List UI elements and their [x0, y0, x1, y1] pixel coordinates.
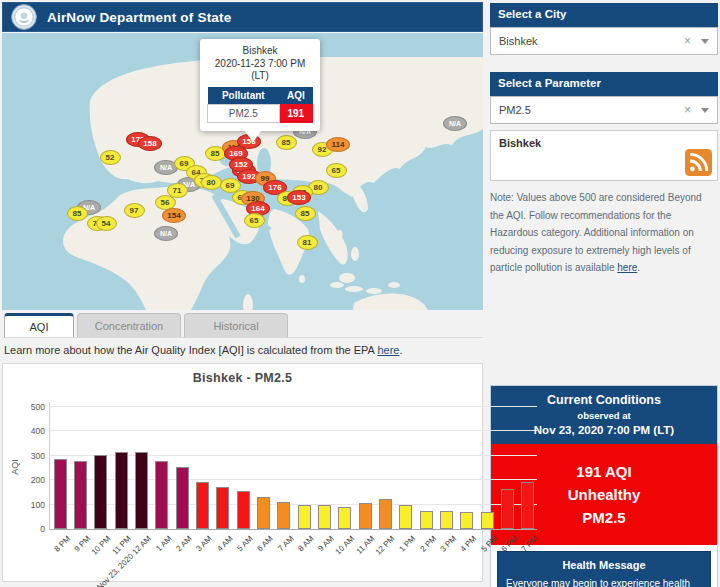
map-marker[interactable]: 65	[244, 213, 265, 228]
chart-bar	[74, 461, 87, 529]
map-marker[interactable]: 52	[100, 150, 121, 165]
chart-bar	[54, 459, 67, 529]
chart-y-tick-label: 300	[31, 451, 45, 461]
parameter-dropdown-value: PM2.5	[499, 104, 684, 116]
chart-x-tick-label: 1 PM	[398, 534, 418, 554]
sidebar-note-period: .	[637, 262, 640, 273]
chart-bar	[379, 499, 392, 529]
chart-bar	[155, 461, 168, 529]
learn-more-period: .	[399, 344, 402, 356]
chart-bar	[115, 452, 128, 529]
chart-bar	[359, 503, 372, 529]
city-chevron-down-icon[interactable]	[701, 39, 709, 44]
department-of-state-seal-icon	[11, 4, 37, 30]
chart-gridline	[50, 406, 537, 407]
chart-x-tick-label: 2 PM	[418, 534, 438, 554]
map-marker[interactable]: N/A	[443, 116, 467, 131]
map-marker[interactable]: 154	[162, 208, 186, 223]
chart-bar	[277, 502, 290, 529]
parameter-dropdown[interactable]: PM2.5 ×	[490, 96, 718, 124]
popup-tail	[244, 130, 262, 142]
chart-x-tick-label: 6 PM	[499, 534, 519, 554]
popup-city: Bishkek	[207, 45, 313, 58]
map-marker[interactable]: 158	[138, 136, 162, 151]
chart-bar	[318, 505, 331, 530]
chart-bar	[338, 507, 351, 529]
chart-bar	[135, 452, 148, 529]
chart-bar	[237, 491, 250, 530]
map-marker[interactable]: 80	[201, 175, 222, 190]
city-clear-icon[interactable]: ×	[684, 34, 691, 48]
chart-x-tick-label: 7 PM	[520, 534, 540, 554]
chart-bar	[460, 512, 473, 529]
sidebar-note-body: Note: Values above 500 are considered Be…	[490, 192, 702, 273]
select-parameter-header: Select a Parameter	[490, 72, 718, 96]
popup-col-aqi: AQI	[279, 87, 312, 105]
popup-col-pollutant: Pollutant	[208, 87, 280, 105]
sidebar-note-link[interactable]: here	[617, 262, 637, 273]
chart-x-tick-label: 8 PM	[52, 534, 72, 554]
map-marker[interactable]: 114	[326, 137, 350, 152]
popup-table: Pollutant AQI PM2.5 191	[207, 87, 313, 123]
chart-bar	[440, 511, 453, 529]
map-marker[interactable]: 153	[287, 190, 311, 205]
popup-pollutant-value: PM2.5	[208, 104, 280, 122]
chart-x-tick-label: 11 AM	[355, 534, 377, 556]
popup-timezone: (LT)	[207, 70, 313, 83]
popup-datetime: 2020-11-23 7:00 PM	[207, 58, 313, 71]
chart-y-tick-label: 0	[40, 524, 45, 534]
chart-plot-area	[49, 402, 537, 530]
chart-x-tick-label: 3 AM	[195, 534, 214, 553]
map-marker[interactable]: 85	[295, 206, 316, 221]
chart-bar	[298, 505, 311, 529]
chart-bar	[176, 467, 189, 530]
chart-y-tick-label: 500	[31, 402, 45, 412]
left-column: AirNow Department of State	[2, 2, 483, 587]
chart-bar	[481, 512, 494, 529]
chart-x-tick-label: 5 PM	[479, 534, 499, 554]
popup-aqi-value: 191	[279, 104, 312, 122]
chart-x-tick-label: 5 AM	[235, 534, 254, 553]
chart-bar	[399, 505, 412, 529]
map-marker[interactable]: 85	[276, 135, 297, 150]
tab-aqi[interactable]: AQI	[4, 313, 74, 337]
map-marker[interactable]: 81	[297, 235, 318, 250]
chart-bar	[196, 482, 209, 529]
chart-y-tick-label: 400	[31, 426, 45, 436]
chart-title: Bishkek - PM2.5	[3, 371, 482, 385]
chart-x-tick-label: 10 AM	[334, 534, 356, 556]
chart-gridline	[50, 430, 537, 431]
chart-x-tick-label: 4 PM	[459, 534, 479, 554]
chart-bar	[216, 487, 229, 529]
chart-bar	[94, 455, 107, 529]
select-city-header: Select a City	[490, 3, 718, 27]
rss-feed-icon[interactable]	[685, 149, 712, 176]
chart-x-tick-label: 12 PM	[374, 534, 397, 557]
chart-x-tick-label: 2 AM	[174, 534, 193, 553]
parameter-clear-icon[interactable]: ×	[684, 103, 691, 117]
feed-box: Bishkek	[490, 130, 718, 181]
aqi-world-map[interactable]: 52175158N/A69N/A64708085715697N/A8579541…	[2, 33, 483, 310]
chart-x-tick-label: 6 AM	[256, 534, 275, 553]
learn-more-link[interactable]: here	[377, 344, 399, 356]
chart-bar	[521, 482, 534, 529]
tab-historical[interactable]: Historical	[184, 313, 288, 337]
map-marker[interactable]: 97	[124, 203, 145, 218]
map-marker[interactable]: 54	[96, 216, 117, 231]
chart-y-tick-label: 200	[31, 475, 45, 485]
app-header: AirNow Department of State	[2, 2, 483, 32]
parameter-chevron-down-icon[interactable]	[701, 108, 709, 113]
select-city-panel: Select a City Bishkek ×	[490, 3, 718, 55]
tab-concentration[interactable]: Concentration	[77, 313, 181, 337]
chart-x-tick-label: 8 AM	[296, 534, 315, 553]
page: AirNow Department of State	[0, 0, 720, 587]
chart-x-tick-label: 9 PM	[72, 534, 92, 554]
map-marker[interactable]: 85	[67, 206, 88, 221]
select-parameter-panel: Select a Parameter PM2.5 ×	[490, 72, 718, 124]
city-dropdown[interactable]: Bishkek ×	[490, 27, 718, 55]
map-marker[interactable]: N/A	[154, 226, 178, 241]
aqi-bar-chart: Bishkek - PM2.5 AQI 0100200300400500 8 P…	[2, 363, 483, 582]
chart-x-tick-label: 10 PM	[89, 534, 112, 557]
map-marker[interactable]: 65	[326, 163, 347, 178]
chart-x-tick-label: 3 PM	[438, 534, 458, 554]
